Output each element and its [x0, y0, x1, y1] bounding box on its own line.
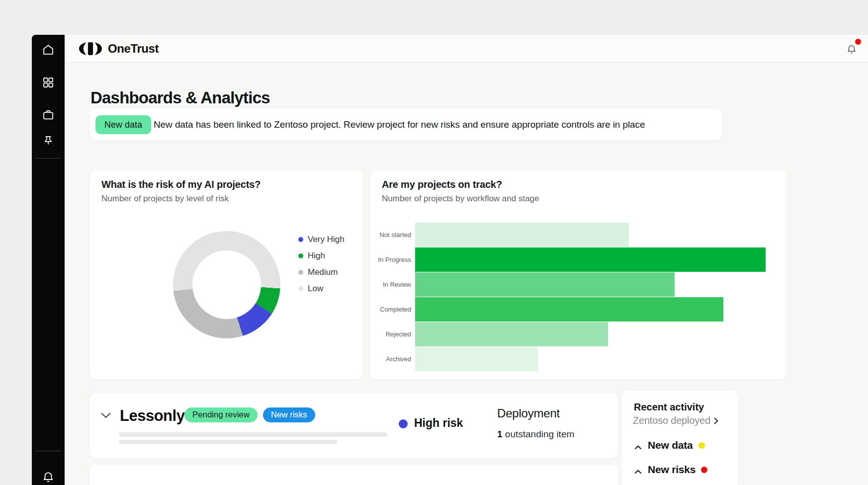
bar-segment: [415, 322, 608, 346]
briefcase-icon[interactable]: [42, 108, 55, 121]
activity-status-dot: [701, 467, 707, 473]
track-card-title: Are my projects on track?: [382, 179, 502, 190]
bar-category-label: Completed: [370, 297, 411, 322]
sidebar-divider-bottom: [36, 451, 61, 451]
project-name: Lessonly: [120, 406, 184, 426]
bar-row-not-started: Not started: [370, 223, 786, 247]
expand-chevron-down-icon[interactable]: [100, 412, 112, 420]
banner-message: New data has been linked to Zentoso proj…: [154, 108, 645, 141]
bar-segment: [415, 347, 538, 371]
chevron-right-icon: [713, 417, 719, 425]
risk-chart-card: What is the risk of my AI projects? Numb…: [89, 170, 363, 380]
chevron-up-icon[interactable]: [634, 443, 642, 448]
bar-category-label: Archived: [370, 347, 411, 371]
brand-wordmark: OneTrust: [108, 42, 159, 56]
page-title: Dashboards & Analytics: [90, 88, 270, 107]
bar-segment: [415, 223, 629, 247]
bar-row-in-progress: In Progress: [370, 247, 786, 272]
legend-item-low: Low: [298, 283, 345, 295]
bar-category-label: Not started: [370, 223, 411, 247]
bar-segment: [415, 297, 723, 322]
notification-unread-dot: [855, 39, 861, 45]
bar-category-label: In Review: [370, 272, 411, 297]
legend-dot-icon: [298, 286, 303, 291]
onetrust-logo-icon[interactable]: [79, 42, 102, 55]
recent-activity-title: Recent activity: [634, 402, 704, 413]
sidebar-divider-top: [36, 158, 61, 159]
zentoso-deployed-label: Zentoso deployed: [633, 415, 710, 426]
activity-status-dot: [698, 442, 705, 449]
risk-legend: Very HighHighMediumLow: [298, 234, 345, 299]
stage-bar-chart: Not startedIn ProgressIn ReviewCompleted…: [370, 223, 786, 372]
risk-level-label: High risk: [414, 416, 463, 430]
risk-card-title: What is the risk of my AI projects?: [101, 179, 260, 190]
legend-label: Medium: [308, 267, 338, 277]
notification-bell-icon[interactable]: [846, 44, 857, 55]
legend-dot-icon: [298, 237, 303, 242]
new-data-badge: New data: [95, 115, 151, 134]
bar-row-archived: Archived: [370, 347, 786, 371]
activity-item-new-risks: New risks: [621, 463, 738, 476]
risk-donut-chart: [173, 231, 280, 338]
outstanding-count: 1: [497, 429, 503, 439]
main-content: Dashboards & Analytics New data New data…: [65, 63, 868, 485]
top-header: OneTrust: [65, 35, 868, 63]
risk-level-dot: [399, 419, 408, 428]
skeleton-line-2: [119, 440, 338, 444]
donut-hole: [192, 250, 261, 319]
legend-label: Very High: [308, 235, 345, 244]
legend-label: Low: [308, 284, 323, 294]
skeleton-line-1: [119, 432, 387, 437]
zentoso-deployed-link[interactable]: Zentoso deployed: [633, 415, 719, 426]
apps-grid-icon[interactable]: [42, 76, 55, 89]
recent-activity-card: Recent activity Zentoso deployed New dat…: [621, 391, 738, 485]
bar-segment: [415, 247, 766, 272]
chevron-up-icon[interactable]: [634, 467, 642, 472]
risk-card-subtitle: Number of projects by level of risk: [101, 194, 229, 204]
legend-item-medium: Medium: [298, 266, 345, 278]
pin-icon[interactable]: [42, 135, 55, 148]
activity-item-new-data: New data: [621, 439, 738, 452]
notification-banner: New data New data has been linked to Zen…: [89, 108, 722, 141]
legend-label: High: [308, 251, 325, 261]
bar-category-label: Rejected: [370, 322, 411, 346]
legend-item-very-high: Very High: [298, 234, 345, 245]
stage-name: Deployment: [497, 406, 560, 420]
risk-pill-new-risks: New risks: [263, 407, 315, 422]
bar-row-in-review: In Review: [370, 272, 786, 297]
bar-row-completed: Completed: [370, 297, 786, 322]
sidebar-bell-icon[interactable]: [42, 471, 55, 484]
track-card-subtitle: Number of projects by workflow and stage: [382, 194, 539, 204]
track-chart-card: Are my projects on track? Number of proj…: [370, 170, 786, 380]
bar-segment: [415, 272, 675, 297]
activity-item-label: New risks: [648, 464, 695, 476]
activity-item-label: New data: [648, 439, 693, 451]
project-row-lessonly: Lessonly Pending review New risks High r…: [89, 393, 618, 459]
next-project-row-partial: [89, 465, 618, 485]
page-root: { "brand": { "name": "OneTrust" }, "head…: [0, 0, 868, 485]
legend-item-high: High: [298, 250, 345, 262]
legend-dot-icon: [298, 253, 303, 258]
legend-dot-icon: [298, 270, 303, 275]
home-icon[interactable]: [42, 43, 55, 56]
bar-row-rejected: Rejected: [370, 322, 786, 346]
status-pill-pending-review: Pending review: [184, 407, 258, 422]
outstanding-text: outstanding item: [505, 429, 574, 439]
outstanding-items: 1 outstanding item: [497, 429, 574, 440]
sidebar: [32, 35, 65, 485]
bar-category-label: In Progress: [370, 247, 411, 272]
